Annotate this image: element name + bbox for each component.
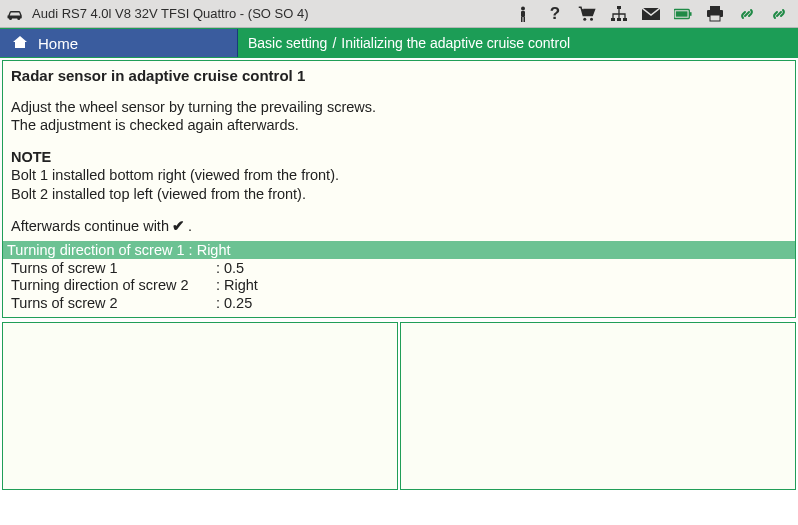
row-value: Right (224, 277, 258, 295)
note-block: NOTE Bolt 1 installed bottom right (view… (11, 148, 787, 202)
home-button[interactable]: Home (0, 29, 238, 57)
continue-line: Afterwards continue with ✔ . (11, 217, 787, 235)
tree-icon[interactable] (610, 5, 628, 23)
toolbar-icons: ? (514, 5, 792, 23)
svg-rect-3 (524, 17, 526, 22)
vehicle-title: Audi RS7 4.0l V8 32V TFSI Quattro - (SO … (32, 6, 309, 21)
svg-rect-8 (617, 18, 621, 21)
home-label: Home (38, 35, 78, 52)
row-colon: : (216, 295, 220, 313)
svg-rect-13 (676, 11, 688, 16)
mail-icon[interactable] (642, 5, 660, 23)
row-key: Turns of screw 2 (11, 295, 216, 313)
row-value: 0.25 (224, 295, 252, 313)
continue-prefix: Afterwards continue with (11, 217, 169, 235)
breadcrumb: Basic setting / Initializing the adaptiv… (238, 29, 798, 57)
highlight-band: Turning direction of screw 1 : Right (3, 241, 795, 259)
row-colon: : (216, 260, 220, 278)
continue-suffix: . (188, 217, 192, 235)
bottom-pane-left (2, 322, 398, 490)
cart-icon[interactable] (578, 5, 596, 23)
instruction-block: Adjust the wheel sensor by turning the p… (11, 98, 787, 134)
table-row: Turns of screw 1: 0.5 (11, 260, 787, 278)
row-value: 0.5 (224, 260, 244, 278)
breadcrumb-part-b[interactable]: Initializing the adaptive cruise control (341, 35, 570, 51)
help-icon[interactable]: ? (546, 5, 564, 23)
svg-point-4 (583, 17, 586, 20)
svg-rect-16 (710, 15, 720, 21)
table-row: Turns of screw 2: 0.25 (11, 295, 787, 313)
svg-rect-14 (710, 6, 720, 10)
bottom-panes (0, 320, 798, 492)
values-table: Turns of screw 1: 0.5Turning direction o… (11, 260, 787, 313)
svg-rect-6 (617, 6, 621, 9)
panel-heading: Radar sensor in adaptive cruise control … (11, 67, 787, 84)
row-colon: : (216, 277, 220, 295)
bottom-pane-right (400, 322, 796, 490)
svg-rect-1 (521, 11, 525, 17)
link-green-2-icon[interactable] (770, 5, 788, 23)
svg-rect-9 (623, 18, 627, 21)
svg-rect-12 (689, 12, 691, 16)
nav-row: Home Basic setting / Initializing the ad… (0, 28, 798, 58)
top-toolbar: Audi RS7 4.0l V8 32V TFSI Quattro - (SO … (0, 0, 798, 28)
check-icon: ✔ (172, 217, 185, 235)
breadcrumb-sep: / (332, 35, 336, 51)
svg-rect-7 (611, 18, 615, 21)
vehicle-title-group: Audi RS7 4.0l V8 32V TFSI Quattro - (SO … (6, 6, 506, 21)
table-row: Turning direction of screw 2: Right (11, 277, 787, 295)
instruction-panel: Radar sensor in adaptive cruise control … (2, 60, 796, 318)
print-icon[interactable] (706, 5, 724, 23)
car-icon (6, 7, 24, 21)
instruction-line-1: Adjust the wheel sensor by turning the p… (11, 98, 787, 116)
svg-rect-2 (521, 17, 523, 22)
instruction-line-2: The adjustment is checked again afterwar… (11, 116, 787, 134)
battery-icon[interactable] (674, 5, 692, 23)
svg-point-0 (521, 6, 525, 10)
note-label: NOTE (11, 148, 787, 166)
note-line-2: Bolt 2 installed top left (viewed from t… (11, 185, 787, 203)
note-line-1: Bolt 1 installed bottom right (viewed fr… (11, 166, 787, 184)
home-icon (12, 34, 28, 53)
breadcrumb-part-a[interactable]: Basic setting (248, 35, 327, 51)
link-green-1-icon[interactable] (738, 5, 756, 23)
row-key: Turning direction of screw 2 (11, 277, 216, 295)
person-icon[interactable] (514, 5, 532, 23)
svg-point-5 (590, 17, 593, 20)
content-area: Radar sensor in adaptive cruise control … (0, 58, 798, 320)
row-key: Turns of screw 1 (11, 260, 216, 278)
